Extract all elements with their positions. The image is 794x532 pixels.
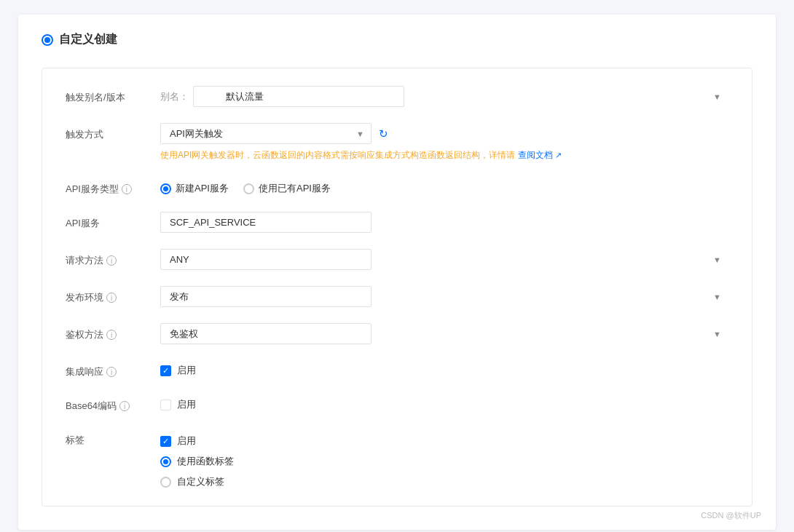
tags-enable-checkbox[interactable] bbox=[160, 436, 171, 447]
publish-env-content: 发布 测试 预发布 ▼ bbox=[160, 286, 728, 307]
api-service-label: API服务 bbox=[66, 212, 160, 230]
page-title-row: 自定义创建 bbox=[42, 32, 752, 47]
base64-info-icon[interactable]: i bbox=[119, 401, 130, 411]
api-service-type-new[interactable]: 新建API服务 bbox=[160, 182, 229, 195]
auth-method-label: 鉴权方法 i bbox=[66, 323, 160, 341]
trigger-alias-prefix: 别名： bbox=[160, 90, 189, 103]
base64-text: 启用 bbox=[177, 398, 196, 411]
trigger-method-label: 触发方式 bbox=[66, 123, 160, 141]
api-service-type-label: API服务类型 i bbox=[66, 178, 160, 196]
trigger-alias-row: 触发别名/版本 别名： 默认流量 ▼ bbox=[66, 86, 728, 107]
trigger-method-select-wrapper: API网关触发 ▼ bbox=[160, 123, 372, 144]
publish-env-select[interactable]: 发布 测试 预发布 bbox=[160, 286, 372, 307]
auth-method-select-wrapper: 免鉴权 应用认证 密钥对认证 ▼ bbox=[160, 323, 728, 344]
tags-section: 启用 使用函数标签 自定义标签 bbox=[160, 429, 728, 488]
trigger-alias-content: 别名： 默认流量 ▼ bbox=[160, 86, 728, 107]
api-service-content bbox=[160, 212, 728, 233]
api-service-type-content: 新建API服务 使用已有API服务 bbox=[160, 178, 728, 195]
base64-checkbox[interactable] bbox=[160, 400, 171, 410]
request-method-select-wrapper: ANY GET POST PUT DELETE ▼ bbox=[160, 249, 728, 270]
request-method-content: ANY GET POST PUT DELETE ▼ bbox=[160, 249, 728, 270]
hint-text: 使用API网关触发器时，云函数返回的内容格式需按响应集成方式构造函数返回结构，详… bbox=[160, 148, 728, 162]
tags-custom-option[interactable]: 自定义标签 bbox=[160, 475, 728, 488]
form-section: 触发别名/版本 别名： 默认流量 ▼ 触发方式 API网关触发 bbox=[42, 68, 752, 507]
base64-label: Base64编码 i bbox=[66, 394, 160, 413]
trigger-alias-label: 触发别名/版本 bbox=[66, 86, 160, 104]
trigger-alias-select-wrapper: 别名： 默认流量 ▼ bbox=[160, 86, 728, 107]
trigger-alias-select[interactable]: 默认流量 bbox=[193, 86, 404, 107]
request-method-arrow-icon: ▼ bbox=[713, 255, 721, 264]
integration-response-text: 启用 bbox=[177, 364, 196, 377]
auth-method-arrow-icon: ▼ bbox=[713, 330, 721, 338]
integration-response-checkbox[interactable] bbox=[160, 365, 171, 376]
auth-method-content: 免鉴权 应用认证 密钥对认证 ▼ bbox=[160, 323, 728, 344]
trigger-method-content: API网关触发 ▼ ↻ 使用API网关触发器时，云函数返回的内容格式需按响应集成… bbox=[160, 123, 728, 162]
api-service-type-radio-group: 新建API服务 使用已有API服务 bbox=[160, 178, 728, 195]
integration-response-row: 集成响应 i 启用 bbox=[66, 360, 728, 378]
external-link-icon: ↗ bbox=[555, 151, 562, 159]
tags-enable-text: 启用 bbox=[177, 434, 196, 448]
trigger-method-row: 触发方式 API网关触发 ▼ ↻ 使用API网关触发器时，云函数返回的内容格式需… bbox=[66, 123, 728, 162]
api-service-type-existing[interactable]: 使用已有API服务 bbox=[243, 182, 331, 195]
tags-enable-row: 启用 bbox=[160, 431, 728, 448]
api-service-type-row: API服务类型 i 新建API服务 使用已有API服务 bbox=[66, 178, 728, 196]
api-service-new-radio-dot[interactable] bbox=[160, 183, 171, 194]
page-container: 自定义创建 触发别名/版本 别名： 默认流量 ▼ 触发方式 bbox=[18, 15, 776, 530]
integration-response-content: 启用 bbox=[160, 360, 728, 377]
trigger-alias-arrow-icon: ▼ bbox=[713, 92, 721, 101]
auth-method-select[interactable]: 免鉴权 应用认证 密钥对认证 bbox=[160, 323, 372, 344]
publish-env-info-icon[interactable]: i bbox=[106, 293, 117, 303]
refresh-icon[interactable]: ↻ bbox=[379, 127, 388, 140]
watermark: CSDN @软件UP bbox=[701, 510, 761, 521]
publish-env-arrow-icon: ▼ bbox=[713, 293, 721, 301]
base64-row: Base64编码 i 启用 bbox=[66, 394, 728, 413]
tags-row: 标签 启用 使用函数标签 自定义标签 bbox=[66, 429, 728, 488]
tags-custom-radio-dot[interactable] bbox=[160, 477, 171, 488]
integration-response-checkbox-row: 启用 bbox=[160, 360, 728, 377]
page-title: 自定义创建 bbox=[59, 32, 117, 47]
request-method-label: 请求方法 i bbox=[66, 249, 160, 267]
custom-create-radio[interactable] bbox=[42, 34, 53, 46]
publish-env-label: 发布环境 i bbox=[66, 286, 160, 304]
publish-env-select-wrapper: 发布 测试 预发布 ▼ bbox=[160, 286, 728, 307]
integration-response-info-icon[interactable]: i bbox=[106, 367, 117, 377]
api-service-input[interactable] bbox=[160, 212, 372, 233]
publish-env-row: 发布环境 i 发布 测试 预发布 ▼ bbox=[66, 286, 728, 307]
hint-link[interactable]: 查阅文档 bbox=[518, 150, 553, 160]
base64-content: 启用 bbox=[160, 394, 728, 411]
request-method-row: 请求方法 i ANY GET POST PUT DELETE ▼ bbox=[66, 249, 728, 270]
api-service-existing-radio-dot[interactable] bbox=[243, 183, 254, 194]
api-service-row: API服务 bbox=[66, 212, 728, 233]
tags-content: 启用 使用函数标签 自定义标签 bbox=[160, 429, 728, 488]
tags-use-function-option[interactable]: 使用函数标签 bbox=[160, 455, 728, 468]
base64-checkbox-row: 启用 bbox=[160, 394, 728, 411]
auth-method-row: 鉴权方法 i 免鉴权 应用认证 密钥对认证 ▼ bbox=[66, 323, 728, 344]
api-service-type-info-icon[interactable]: i bbox=[122, 184, 132, 194]
auth-method-info-icon[interactable]: i bbox=[106, 330, 117, 340]
trigger-method-select[interactable]: API网关触发 bbox=[160, 123, 372, 144]
integration-response-label: 集成响应 i bbox=[66, 360, 160, 378]
tags-label: 标签 bbox=[66, 429, 160, 447]
request-method-info-icon[interactable]: i bbox=[106, 255, 117, 266]
request-method-select[interactable]: ANY GET POST PUT DELETE bbox=[160, 249, 372, 270]
trigger-method-inner: API网关触发 ▼ ↻ bbox=[160, 123, 728, 144]
tags-use-function-radio-dot[interactable] bbox=[160, 456, 171, 467]
